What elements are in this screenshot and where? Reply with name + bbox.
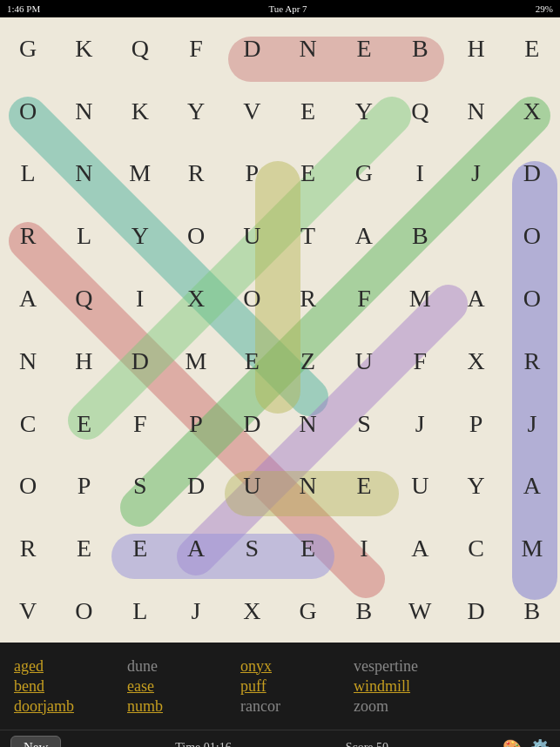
cell-9-1[interactable]: O [56,580,111,643]
cell-5-4[interactable]: E [224,330,280,393]
cell-1-8[interactable]: N [448,80,503,143]
cell-7-3[interactable]: D [168,455,224,518]
cell-9-8[interactable]: D [448,580,503,643]
cell-9-0[interactable]: V [0,580,56,643]
cell-0-5[interactable]: N [280,17,336,80]
cell-8-4[interactable]: S [224,517,280,580]
cell-7-7[interactable]: U [392,455,448,518]
cell-0-8[interactable]: H [448,17,503,80]
cell-8-0[interactable]: R [0,517,56,580]
cell-4-2[interactable]: I [112,267,168,330]
cell-2-8[interactable]: J [448,143,503,205]
cell-8-9[interactable]: M [504,517,560,580]
cell-2-1[interactable]: N [56,143,111,205]
cell-9-6[interactable]: B [336,580,392,643]
cell-3-1[interactable]: L [56,205,111,267]
cell-4-0[interactable]: A [0,267,56,330]
cell-3-0[interactable]: R [0,205,56,267]
cell-8-1[interactable]: E [56,517,111,580]
cell-6-6[interactable]: S [336,393,392,455]
cell-4-7[interactable]: M [392,267,448,330]
cell-7-9[interactable]: A [504,455,560,518]
gear-icon[interactable]: ⚙️ [530,738,550,748]
cell-3-7[interactable]: B [392,205,448,267]
cell-4-9[interactable]: O [504,267,560,330]
cell-0-4[interactable]: D [224,17,280,80]
palette-icon[interactable]: 🎨 [503,738,522,748]
cell-6-5[interactable]: N [280,393,336,455]
cell-7-6[interactable]: E [336,455,392,518]
cell-9-4[interactable]: X [224,580,280,643]
cell-5-5[interactable]: Z [280,330,336,393]
cell-2-7[interactable]: I [392,143,448,205]
cell-3-5[interactable]: T [280,205,336,267]
cell-5-1[interactable]: H [56,330,111,393]
cell-0-0[interactable]: G [0,17,56,80]
cell-4-3[interactable]: X [168,267,224,330]
cell-4-6[interactable]: F [336,267,392,330]
cell-3-2[interactable]: Y [112,205,168,267]
cell-6-4[interactable]: D [224,393,280,455]
cell-2-4[interactable]: P [224,143,280,205]
cell-2-5[interactable]: E [280,143,336,205]
cell-7-4[interactable]: U [224,455,280,518]
cell-8-5[interactable]: E [280,517,336,580]
cell-6-7[interactable]: J [392,393,448,455]
cell-3-4[interactable]: U [224,205,280,267]
cell-6-0[interactable]: C [0,393,56,455]
cell-5-8[interactable]: X [448,330,503,393]
cell-1-1[interactable]: N [56,80,111,143]
cell-0-2[interactable]: Q [112,17,168,80]
cell-7-1[interactable]: P [56,455,111,518]
cell-4-1[interactable]: Q [56,267,111,330]
grid-area[interactable]: GKQFDNEBHEONKYVEYQNXLNMRPEGIJDRLYOUTABOA… [0,17,560,643]
cell-8-3[interactable]: A [168,517,224,580]
cell-5-6[interactable]: U [336,330,392,393]
cell-5-9[interactable]: R [504,330,560,393]
cell-6-1[interactable]: E [56,393,111,455]
cell-8-7[interactable]: A [392,517,448,580]
cell-6-8[interactable]: P [448,393,503,455]
cell-0-6[interactable]: E [336,17,392,80]
cell-0-3[interactable]: F [168,17,224,80]
cell-3-6[interactable]: A [336,205,392,267]
cell-1-0[interactable]: O [0,80,56,143]
cell-7-2[interactable]: S [112,455,168,518]
cell-1-6[interactable]: Y [336,80,392,143]
cell-4-8[interactable]: A [448,267,503,330]
cell-7-5[interactable]: N [280,455,336,518]
cell-3-8[interactable] [448,205,503,267]
cell-4-5[interactable]: R [280,267,336,330]
cell-2-0[interactable]: L [0,143,56,205]
cell-0-7[interactable]: B [392,17,448,80]
cell-2-9[interactable]: D [504,143,560,205]
cell-3-9[interactable]: O [504,205,560,267]
cell-9-5[interactable]: G [280,580,336,643]
cell-1-3[interactable]: Y [168,80,224,143]
cell-1-5[interactable]: E [280,80,336,143]
cell-8-8[interactable]: C [448,517,503,580]
cell-9-2[interactable]: L [112,580,168,643]
cell-5-2[interactable]: D [112,330,168,393]
cell-9-3[interactable]: J [168,580,224,643]
cell-2-6[interactable]: G [336,143,392,205]
cell-7-0[interactable]: O [0,455,56,518]
cell-9-7[interactable]: W [392,580,448,643]
cell-5-0[interactable]: N [0,330,56,393]
cell-5-3[interactable]: M [168,330,224,393]
cell-7-8[interactable]: Y [448,455,503,518]
cell-6-3[interactable]: P [168,393,224,455]
cell-1-2[interactable]: K [112,80,168,143]
cell-1-7[interactable]: Q [392,80,448,143]
cell-3-3[interactable]: O [168,205,224,267]
cell-6-2[interactable]: F [112,393,168,455]
cell-1-4[interactable]: V [224,80,280,143]
cell-8-2[interactable]: E [112,517,168,580]
cell-4-4[interactable]: O [224,267,280,330]
cell-8-6[interactable]: I [336,517,392,580]
cell-0-9[interactable]: E [504,17,560,80]
cell-0-1[interactable]: K [56,17,111,80]
cell-6-9[interactable]: J [504,393,560,455]
new-button[interactable]: New [10,736,61,747]
cell-9-9[interactable]: B [504,580,560,643]
